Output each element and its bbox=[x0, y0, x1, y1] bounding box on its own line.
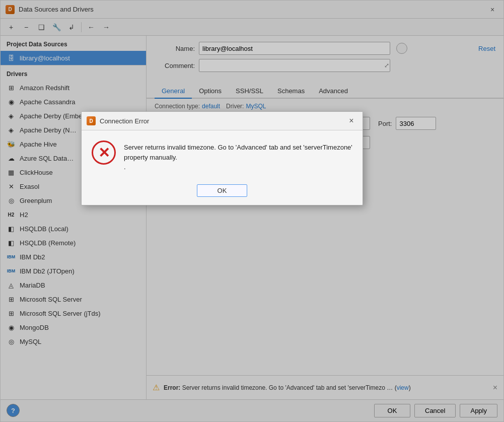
dialog-ok-button[interactable]: OK bbox=[197, 184, 248, 197]
dialog-footer: OK bbox=[82, 180, 363, 205]
connection-error-dialog: D Connection Error × ✕ Server returns in… bbox=[81, 111, 363, 205]
dialog-title: Connection Error bbox=[100, 117, 149, 125]
dialog-app-icon: D bbox=[87, 116, 96, 125]
main-window: D Data Sources and Drivers × + − ❑ 🔧 ↲ ←… bbox=[0, 0, 504, 422]
dialog-message: Server returns invalid timezone. Go to '… bbox=[124, 140, 352, 172]
dialog-body: ✕ Server returns invalid timezone. Go to… bbox=[82, 130, 363, 180]
dialog-overlay: D Connection Error × ✕ Server returns in… bbox=[1, 1, 503, 421]
dialog-titlebar: D Connection Error × bbox=[82, 112, 363, 130]
dialog-title-left: D Connection Error bbox=[87, 116, 149, 125]
dialog-close-button[interactable]: × bbox=[345, 115, 357, 127]
error-icon: ✕ bbox=[92, 140, 116, 165]
